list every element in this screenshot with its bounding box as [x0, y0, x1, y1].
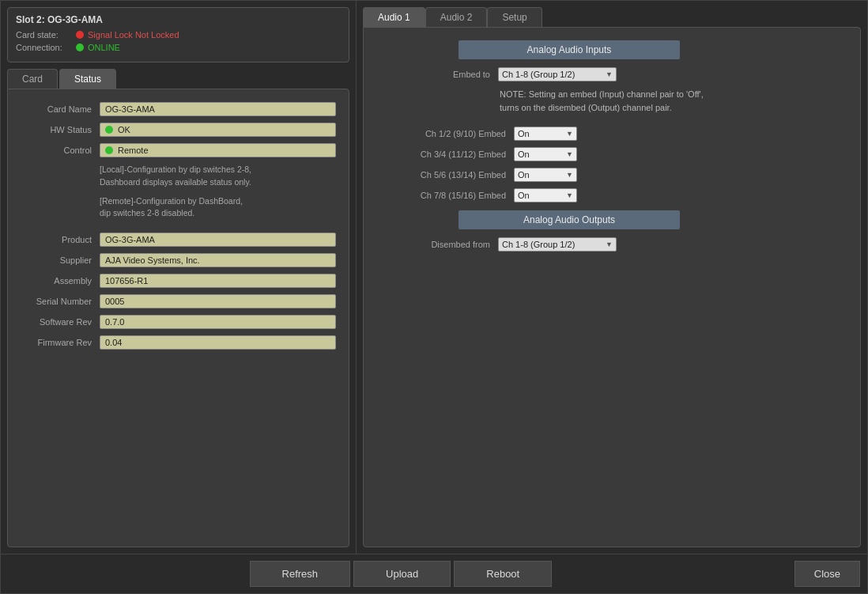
ch12-embed-row: Ch 1/2 (9/10) Embed On Off	[379, 127, 844, 141]
supplier-row: Supplier AJA Video Systems, Inc.	[21, 253, 336, 267]
control-dot	[105, 146, 113, 154]
tab-setup[interactable]: Setup	[487, 7, 542, 27]
disembed-from-select[interactable]: Ch 1-8 (Group 1/2)	[498, 237, 617, 252]
control-label: Control	[21, 146, 92, 155]
bottom-center-btns: Refresh Upload Reboot	[7, 561, 794, 587]
supplier-value: AJA Video Systems, Inc.	[100, 253, 336, 267]
connection-dot	[76, 44, 84, 51]
hw-status-row: HW Status OK	[21, 123, 336, 137]
assembly-value: 107656-R1	[100, 274, 336, 288]
slot-title: Slot 2: OG-3G-AMA	[16, 14, 341, 25]
hw-status-value: OK	[118, 125, 130, 134]
disembed-from-label: Disembed from	[379, 240, 490, 249]
embed-to-select[interactable]: Ch 1-8 (Group 1/2)	[498, 67, 617, 81]
left-tab-bar: Card Status	[7, 69, 349, 89]
content-area: Slot 2: OG-3G-AMA Card state: Signal Loc…	[1, 1, 867, 554]
connection-label: Connection:	[16, 43, 71, 52]
reboot-button[interactable]: Reboot	[454, 561, 552, 587]
embed-to-label: Embed to	[379, 70, 490, 79]
info-remote: [Remote]-Configuration by DashBoard,dip …	[100, 195, 336, 221]
hw-status-dot	[105, 126, 113, 134]
disembed-from-row: Disembed from Ch 1-8 (Group 1/2)	[379, 237, 844, 252]
card-state-row: Card state: Signal Lock Not Locked	[16, 30, 341, 40]
ch34-select-wrapper: On Off	[514, 147, 577, 161]
card-name-row: Card Name OG-3G-AMA	[21, 102, 336, 116]
product-row: Product OG-3G-AMA	[21, 233, 336, 247]
serial-row: Serial Number 0005	[21, 294, 336, 308]
tab-audio2[interactable]: Audio 2	[425, 7, 488, 27]
supplier-label: Supplier	[21, 255, 92, 265]
ch56-select-wrapper: On Off	[514, 168, 577, 182]
connection-row: Connection: ONLINE	[16, 43, 341, 52]
ch12-embed-select[interactable]: On Off	[514, 127, 577, 141]
ch34-embed-row: Ch 3/4 (11/12) Embed On Off	[379, 147, 844, 161]
right-panel: Audio 1 Audio 2 Setup Analog Audio Input…	[357, 1, 867, 554]
connection-text: ONLINE	[88, 43, 120, 52]
serial-value: 0005	[100, 294, 336, 308]
serial-label: Serial Number	[21, 297, 92, 306]
embed-to-select-wrapper: Ch 1-8 (Group 1/2)	[498, 67, 617, 81]
bottom-bar: Refresh Upload Reboot Close	[1, 554, 867, 593]
ch56-embed-select[interactable]: On Off	[514, 168, 577, 182]
close-button[interactable]: Close	[794, 561, 860, 587]
left-panel: Slot 2: OG-3G-AMA Card state: Signal Loc…	[1, 1, 357, 554]
firmware-value: 0.04	[100, 335, 336, 350]
control-value-box: Remote	[100, 143, 336, 157]
card-name-value: OG-3G-AMA	[100, 102, 336, 116]
embed-to-row: Embed to Ch 1-8 (Group 1/2)	[379, 67, 844, 81]
upload-button[interactable]: Upload	[353, 561, 451, 587]
info-local: [Local]-Configuration by dip switches 2-…	[100, 164, 336, 189]
disembed-from-select-wrapper: Ch 1-8 (Group 1/2)	[498, 237, 617, 252]
product-label: Product	[21, 235, 92, 244]
software-value: 0.7.0	[100, 315, 336, 329]
ch56-embed-label: Ch 5/6 (13/14) Embed	[379, 170, 506, 180]
analog-inputs-header: Analog Audio Inputs	[459, 40, 680, 59]
tab-status[interactable]: Status	[59, 69, 116, 89]
firmware-label: Firmware Rev	[21, 338, 92, 347]
card-state-label: Card state:	[16, 30, 71, 40]
card-content: Card Name OG-3G-AMA HW Status OK Control	[7, 89, 349, 547]
assembly-label: Assembly	[21, 276, 92, 286]
main-container: Slot 2: OG-3G-AMA Card state: Signal Loc…	[0, 0, 868, 594]
ch12-embed-label: Ch 1/2 (9/10) Embed	[379, 129, 506, 138]
ch78-select-wrapper: On Off	[514, 188, 577, 202]
right-content: Analog Audio Inputs Embed to Ch 1-8 (Gro…	[363, 27, 861, 547]
card-name-label: Card Name	[21, 104, 92, 114]
tab-audio1[interactable]: Audio 1	[363, 7, 425, 27]
ch34-embed-select[interactable]: On Off	[514, 147, 577, 161]
bottom-bar-inner: Refresh Upload Reboot Close	[1, 561, 867, 587]
refresh-button[interactable]: Refresh	[250, 561, 351, 587]
card-state-text: Signal Lock Not Locked	[88, 30, 179, 40]
ch78-embed-row: Ch 7/8 (15/16) Embed On Off	[379, 188, 844, 202]
note-text: NOTE: Setting an embed (Input) channel p…	[500, 88, 816, 114]
right-tab-bar: Audio 1 Audio 2 Setup	[357, 1, 867, 27]
assembly-row: Assembly 107656-R1	[21, 274, 336, 288]
software-label: Software Rev	[21, 317, 92, 327]
device-info-box: Slot 2: OG-3G-AMA Card state: Signal Loc…	[7, 7, 349, 62]
analog-outputs-header: Analog Audio Outputs	[459, 210, 680, 229]
ch78-embed-select[interactable]: On Off	[514, 188, 577, 202]
ch56-embed-row: Ch 5/6 (13/14) Embed On Off	[379, 168, 844, 182]
card-state-dot	[76, 31, 84, 39]
firmware-row: Firmware Rev 0.04	[21, 335, 336, 350]
ch34-embed-label: Ch 3/4 (11/12) Embed	[379, 149, 506, 159]
control-row: Control Remote	[21, 143, 336, 157]
ch78-embed-label: Ch 7/8 (15/16) Embed	[379, 191, 506, 200]
ch12-select-wrapper: On Off	[514, 127, 577, 141]
hw-status-value-box: OK	[100, 123, 336, 137]
software-row: Software Rev 0.7.0	[21, 315, 336, 329]
control-value: Remote	[118, 146, 149, 155]
tab-card[interactable]: Card	[7, 69, 58, 89]
product-value: OG-3G-AMA	[100, 233, 336, 247]
hw-status-label: HW Status	[21, 125, 92, 134]
